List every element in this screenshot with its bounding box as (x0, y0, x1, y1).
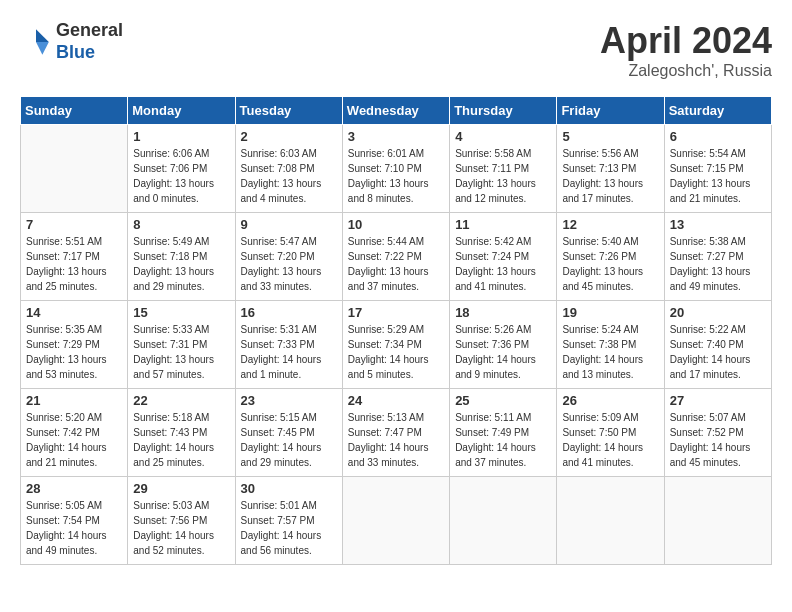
day-info: Sunrise: 5:15 AM Sunset: 7:45 PM Dayligh… (241, 410, 337, 470)
calendar-cell: 12 Sunrise: 5:40 AM Sunset: 7:26 PM Dayl… (557, 213, 664, 301)
sunset-text: Sunset: 7:42 PM (26, 425, 122, 440)
logo-icon (20, 26, 52, 58)
day-info: Sunrise: 5:29 AM Sunset: 7:34 PM Dayligh… (348, 322, 444, 382)
title-block: April 2024 Zalegoshch', Russia (600, 20, 772, 80)
sunset-text: Sunset: 7:26 PM (562, 249, 658, 264)
daylight-text: Daylight: 13 hours and 41 minutes. (455, 264, 551, 294)
daylight-text: Daylight: 14 hours and 25 minutes. (133, 440, 229, 470)
day-number: 27 (670, 393, 766, 408)
day-number: 8 (133, 217, 229, 232)
day-info: Sunrise: 5:42 AM Sunset: 7:24 PM Dayligh… (455, 234, 551, 294)
day-number: 25 (455, 393, 551, 408)
logo-text: General Blue (56, 20, 123, 63)
day-number: 15 (133, 305, 229, 320)
daylight-text: Daylight: 13 hours and 37 minutes. (348, 264, 444, 294)
calendar-cell: 1 Sunrise: 6:06 AM Sunset: 7:06 PM Dayli… (128, 125, 235, 213)
sunrise-text: Sunrise: 5:51 AM (26, 234, 122, 249)
calendar-cell: 25 Sunrise: 5:11 AM Sunset: 7:49 PM Dayl… (450, 389, 557, 477)
day-number: 14 (26, 305, 122, 320)
calendar-cell: 2 Sunrise: 6:03 AM Sunset: 7:08 PM Dayli… (235, 125, 342, 213)
sunset-text: Sunset: 7:47 PM (348, 425, 444, 440)
sunset-text: Sunset: 7:11 PM (455, 161, 551, 176)
calendar-cell: 27 Sunrise: 5:07 AM Sunset: 7:52 PM Dayl… (664, 389, 771, 477)
daylight-text: Daylight: 13 hours and 49 minutes. (670, 264, 766, 294)
sunrise-text: Sunrise: 6:01 AM (348, 146, 444, 161)
daylight-text: Daylight: 13 hours and 33 minutes. (241, 264, 337, 294)
logo: General Blue (20, 20, 123, 63)
daylight-text: Daylight: 13 hours and 57 minutes. (133, 352, 229, 382)
day-info: Sunrise: 5:51 AM Sunset: 7:17 PM Dayligh… (26, 234, 122, 294)
daylight-text: Daylight: 14 hours and 33 minutes. (348, 440, 444, 470)
calendar-week-row: 28 Sunrise: 5:05 AM Sunset: 7:54 PM Dayl… (21, 477, 772, 565)
sunrise-text: Sunrise: 5:26 AM (455, 322, 551, 337)
sunrise-text: Sunrise: 5:58 AM (455, 146, 551, 161)
sunrise-text: Sunrise: 5:42 AM (455, 234, 551, 249)
calendar-cell: 26 Sunrise: 5:09 AM Sunset: 7:50 PM Dayl… (557, 389, 664, 477)
calendar-cell (342, 477, 449, 565)
calendar-cell: 10 Sunrise: 5:44 AM Sunset: 7:22 PM Dayl… (342, 213, 449, 301)
weekday-header-row: SundayMondayTuesdayWednesdayThursdayFrid… (21, 97, 772, 125)
calendar-cell: 21 Sunrise: 5:20 AM Sunset: 7:42 PM Dayl… (21, 389, 128, 477)
day-number: 23 (241, 393, 337, 408)
sunrise-text: Sunrise: 5:03 AM (133, 498, 229, 513)
day-info: Sunrise: 5:40 AM Sunset: 7:26 PM Dayligh… (562, 234, 658, 294)
sunset-text: Sunset: 7:45 PM (241, 425, 337, 440)
calendar-cell: 7 Sunrise: 5:51 AM Sunset: 7:17 PM Dayli… (21, 213, 128, 301)
day-info: Sunrise: 5:05 AM Sunset: 7:54 PM Dayligh… (26, 498, 122, 558)
calendar-cell: 6 Sunrise: 5:54 AM Sunset: 7:15 PM Dayli… (664, 125, 771, 213)
sunset-text: Sunset: 7:22 PM (348, 249, 444, 264)
day-info: Sunrise: 5:38 AM Sunset: 7:27 PM Dayligh… (670, 234, 766, 294)
day-info: Sunrise: 5:58 AM Sunset: 7:11 PM Dayligh… (455, 146, 551, 206)
day-number: 17 (348, 305, 444, 320)
sunrise-text: Sunrise: 5:38 AM (670, 234, 766, 249)
day-number: 5 (562, 129, 658, 144)
sunset-text: Sunset: 7:36 PM (455, 337, 551, 352)
daylight-text: Daylight: 13 hours and 29 minutes. (133, 264, 229, 294)
sunrise-text: Sunrise: 5:29 AM (348, 322, 444, 337)
day-info: Sunrise: 5:26 AM Sunset: 7:36 PM Dayligh… (455, 322, 551, 382)
day-number: 11 (455, 217, 551, 232)
calendar-cell: 17 Sunrise: 5:29 AM Sunset: 7:34 PM Dayl… (342, 301, 449, 389)
sunset-text: Sunset: 7:10 PM (348, 161, 444, 176)
sunset-text: Sunset: 7:49 PM (455, 425, 551, 440)
sunrise-text: Sunrise: 5:01 AM (241, 498, 337, 513)
day-number: 2 (241, 129, 337, 144)
calendar-week-row: 21 Sunrise: 5:20 AM Sunset: 7:42 PM Dayl… (21, 389, 772, 477)
calendar-cell: 18 Sunrise: 5:26 AM Sunset: 7:36 PM Dayl… (450, 301, 557, 389)
day-info: Sunrise: 5:47 AM Sunset: 7:20 PM Dayligh… (241, 234, 337, 294)
sunrise-text: Sunrise: 5:49 AM (133, 234, 229, 249)
calendar-cell: 16 Sunrise: 5:31 AM Sunset: 7:33 PM Dayl… (235, 301, 342, 389)
day-info: Sunrise: 5:49 AM Sunset: 7:18 PM Dayligh… (133, 234, 229, 294)
day-info: Sunrise: 5:09 AM Sunset: 7:50 PM Dayligh… (562, 410, 658, 470)
daylight-text: Daylight: 13 hours and 12 minutes. (455, 176, 551, 206)
day-number: 30 (241, 481, 337, 496)
sunset-text: Sunset: 7:43 PM (133, 425, 229, 440)
calendar-cell: 11 Sunrise: 5:42 AM Sunset: 7:24 PM Dayl… (450, 213, 557, 301)
day-info: Sunrise: 5:54 AM Sunset: 7:15 PM Dayligh… (670, 146, 766, 206)
daylight-text: Daylight: 13 hours and 0 minutes. (133, 176, 229, 206)
day-info: Sunrise: 5:01 AM Sunset: 7:57 PM Dayligh… (241, 498, 337, 558)
weekday-header: Sunday (21, 97, 128, 125)
daylight-text: Daylight: 14 hours and 49 minutes. (26, 528, 122, 558)
sunset-text: Sunset: 7:18 PM (133, 249, 229, 264)
daylight-text: Daylight: 13 hours and 17 minutes. (562, 176, 658, 206)
calendar-cell (664, 477, 771, 565)
calendar-cell: 22 Sunrise: 5:18 AM Sunset: 7:43 PM Dayl… (128, 389, 235, 477)
sunset-text: Sunset: 7:34 PM (348, 337, 444, 352)
day-info: Sunrise: 5:03 AM Sunset: 7:56 PM Dayligh… (133, 498, 229, 558)
sunrise-text: Sunrise: 5:47 AM (241, 234, 337, 249)
sunset-text: Sunset: 7:08 PM (241, 161, 337, 176)
sunset-text: Sunset: 7:06 PM (133, 161, 229, 176)
sunset-text: Sunset: 7:57 PM (241, 513, 337, 528)
day-info: Sunrise: 5:22 AM Sunset: 7:40 PM Dayligh… (670, 322, 766, 382)
day-info: Sunrise: 6:03 AM Sunset: 7:08 PM Dayligh… (241, 146, 337, 206)
sunset-text: Sunset: 7:17 PM (26, 249, 122, 264)
calendar-cell: 20 Sunrise: 5:22 AM Sunset: 7:40 PM Dayl… (664, 301, 771, 389)
day-number: 10 (348, 217, 444, 232)
day-number: 21 (26, 393, 122, 408)
sunrise-text: Sunrise: 5:18 AM (133, 410, 229, 425)
day-number: 4 (455, 129, 551, 144)
day-number: 20 (670, 305, 766, 320)
svg-marker-0 (36, 29, 49, 42)
sunset-text: Sunset: 7:50 PM (562, 425, 658, 440)
